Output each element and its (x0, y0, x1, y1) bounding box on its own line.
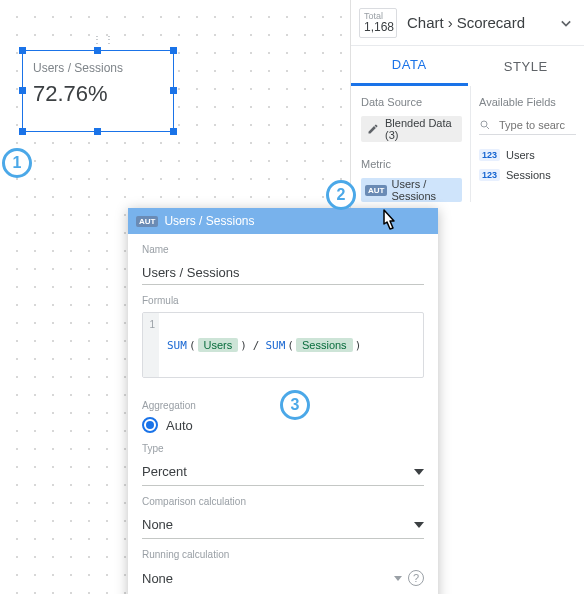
crumb-leaf: Scorecard (457, 14, 525, 31)
name-field-label: Name (142, 244, 424, 255)
chevron-down-icon[interactable] (556, 13, 576, 33)
numeric-badge-icon: 123 (479, 169, 500, 181)
numeric-badge-icon: 123 (479, 149, 500, 161)
help-icon[interactable]: ? (408, 570, 424, 586)
tab-style[interactable]: STYLE (468, 46, 585, 86)
field-label: Users (506, 149, 535, 161)
resize-handle[interactable] (19, 87, 26, 94)
popover-header[interactable]: AUT Users / Sessions (128, 208, 438, 234)
aut-badge: AUT (365, 185, 387, 196)
metric-section-label: Metric (361, 158, 462, 170)
callout-1: 1 (2, 148, 32, 178)
field-sessions[interactable]: 123 Sessions (479, 165, 576, 185)
type-dropdown[interactable]: Percent (142, 458, 424, 486)
formula-fn: SUM (167, 339, 187, 352)
popover-title: Users / Sessions (164, 214, 254, 228)
crumb-root: Chart (407, 14, 444, 31)
tab-data[interactable]: DATA (351, 46, 468, 86)
formula-editor[interactable]: 1 SUM( Users ) / SUM( Sessions ) (142, 312, 424, 378)
aggregation-auto-radio[interactable]: Auto (142, 417, 424, 433)
scorecard-value: 72.76% (33, 81, 163, 107)
data-source-value: Blended Data (3) (385, 117, 456, 141)
running-label: Running calculation (142, 549, 424, 560)
search-icon (479, 119, 491, 131)
comparison-dropdown[interactable]: None (142, 511, 424, 539)
radio-icon (142, 417, 158, 433)
formula-field-chip[interactable]: Sessions (296, 338, 353, 352)
data-source-chip[interactable]: Blended Data (3) (361, 116, 462, 142)
metric-chip[interactable]: AUT Users / Sessions (361, 178, 462, 202)
caret-down-icon (414, 522, 424, 528)
total-box[interactable]: Total 1,168 (359, 8, 397, 38)
caret-down-icon (414, 469, 424, 475)
total-value: 1,168 (364, 21, 392, 33)
aggregation-value: Auto (166, 418, 193, 433)
field-search-box[interactable] (479, 116, 576, 135)
formula-field-label: Formula (142, 295, 424, 306)
panel-tabs: DATA STYLE (351, 46, 584, 86)
field-label: Sessions (506, 169, 551, 181)
svg-line-1 (487, 127, 490, 130)
resize-handle[interactable] (94, 47, 101, 54)
drag-handle-icon[interactable]: ⋮⋮ (92, 34, 116, 45)
metric-value: Users / Sessions (391, 178, 458, 202)
data-source-label: Data Source (361, 96, 462, 108)
name-input[interactable] (142, 259, 424, 285)
callout-3: 3 (280, 390, 310, 420)
chevron-right-icon: › (448, 14, 453, 31)
comparison-label: Comparison calculation (142, 496, 424, 507)
resize-handle[interactable] (170, 87, 177, 94)
breadcrumb[interactable]: Chart › Scorecard (407, 14, 525, 31)
caret-down-icon (394, 576, 402, 581)
formula-op: / (253, 339, 260, 352)
scorecard-title: Users / Sessions (33, 61, 163, 75)
field-users[interactable]: 123 Users (479, 145, 576, 165)
running-value: None (142, 571, 173, 586)
callout-2: 2 (326, 180, 356, 210)
resize-handle[interactable] (170, 128, 177, 135)
resize-handle[interactable] (19, 47, 26, 54)
aut-badge: AUT (136, 216, 158, 227)
comparison-value: None (142, 517, 173, 532)
formula-field-chip[interactable]: Users (198, 338, 239, 352)
pencil-icon (367, 123, 379, 135)
formula-gutter: 1 (143, 313, 159, 377)
chart-header: Total 1,168 Chart › Scorecard (351, 0, 584, 46)
field-search-input[interactable] (497, 118, 567, 132)
svg-point-0 (481, 121, 487, 127)
scorecard[interactable]: ⋮⋮ Users / Sessions 72.76% (22, 50, 174, 132)
resize-handle[interactable] (19, 128, 26, 135)
formula-fn: SUM (265, 339, 285, 352)
available-fields-label: Available Fields (479, 96, 576, 108)
resize-handle[interactable] (94, 128, 101, 135)
running-dropdown[interactable]: None ? (142, 564, 424, 592)
type-label: Type (142, 443, 424, 454)
resize-handle[interactable] (170, 47, 177, 54)
type-value: Percent (142, 464, 187, 479)
